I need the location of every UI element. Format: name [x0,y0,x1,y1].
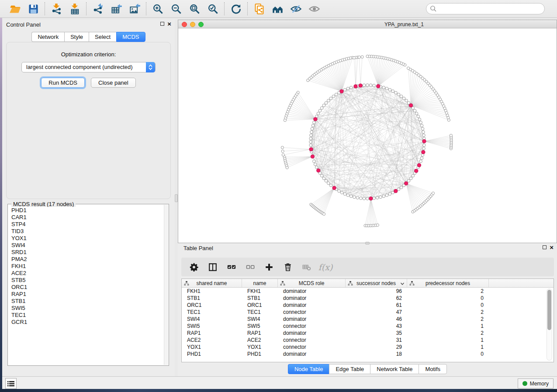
table-panel-tabs: Node TableEdge TableNetwork TableMotifs [178,364,557,374]
table-cell: 0 [407,351,489,358]
mcds-panel: Optimization criterion: largest connecte… [6,42,171,199]
maximize-window-icon[interactable] [198,22,204,27]
table-settings-button[interactable] [188,261,200,273]
result-list-item[interactable]: CAR1 [8,214,164,221]
shared-column-icon [348,281,353,286]
open-session-button[interactable] [8,2,22,16]
hide-selected-button[interactable] [289,2,303,16]
first-neighbors-button[interactable] [270,2,284,16]
column-header-MCDS-role[interactable]: MCDS role [278,279,346,287]
duplicate-network-button[interactable] [252,2,266,16]
result-list-item[interactable]: TEC1 [8,312,164,319]
result-list-item[interactable]: ACE2 [8,270,164,277]
float-panel-icon[interactable] [543,245,547,249]
create-column-button[interactable] [263,261,275,273]
tab-network[interactable]: Network [31,32,64,42]
table-row[interactable]: ACE2ACE2connector311 [182,337,554,344]
save-session-button[interactable] [26,2,40,16]
control-panel-title: Control Panel [6,21,41,28]
result-list-item[interactable]: STB1 [8,298,164,305]
table-row[interactable]: FKH1FKH1dominator962 [182,288,554,295]
minimize-window-icon[interactable] [190,22,195,27]
show-hidden-button[interactable] [307,2,321,16]
result-list-item[interactable]: RAP1 [8,291,164,298]
tab-motifs[interactable]: Motifs [419,364,447,374]
table-row[interactable]: SWI4SWI4dominator462 [182,316,554,323]
zoom-out-button[interactable] [169,2,183,16]
tab-mcds[interactable]: MCDS [116,32,145,42]
zoom-in-button[interactable] [151,2,165,16]
table-scrollbar[interactable] [547,289,552,361]
control-panel: Control Panel × NetworkStyleSelectMCDS O… [2,20,175,376]
export-image-button[interactable] [128,2,142,16]
run-mcds-button[interactable]: Run MCDS [41,78,85,88]
close-panel-icon[interactable]: × [550,245,554,250]
optimization-criterion-dropdown[interactable]: largest connected component (undirected) [21,62,156,72]
table-cell: FKH1 [182,288,242,295]
table-row[interactable]: SWI5SWI5connector431 [182,323,554,330]
result-list-item[interactable]: FKH1 [8,263,164,270]
delete-column-button[interactable] [282,261,294,273]
table-row[interactable]: ORC1ORC1dominator610 [182,302,554,309]
column-header-name[interactable]: name [242,279,278,287]
table-toolbar: f(x) [181,258,554,276]
tab-node-table[interactable]: Node Table [288,364,329,374]
result-list-item[interactable]: ORC1 [8,284,164,291]
function-builder-button: f(x) [320,261,331,273]
result-list-item[interactable]: STB5 [8,277,164,284]
table-cell: connector [278,344,346,351]
show-panels-button[interactable] [5,378,17,389]
result-list-item[interactable]: YOX1 [8,235,164,242]
splitter-handle[interactable] [175,194,178,202]
table-cell: 61 [346,302,407,309]
table-row[interactable]: PHD1PHD1dominator180 [182,351,554,358]
search-input[interactable] [426,3,545,14]
result-list-item[interactable]: TID3 [8,228,164,235]
table-row[interactable]: YOX1YOX1connector291 [182,344,554,351]
select-all-button[interactable] [226,261,237,273]
result-list-item[interactable]: SWI4 [8,242,164,249]
table-row[interactable]: STB1STB1dominator620 [182,295,554,302]
import-network-button[interactable] [49,2,63,16]
export-table-button[interactable] [109,2,123,16]
table-row[interactable]: RAP1RAP1dominator352 [182,330,554,337]
result-list-item[interactable]: PHD1 [8,207,164,214]
zoom-selected-button[interactable] [206,2,220,16]
tab-edge-table[interactable]: Edge Table [329,364,370,374]
memory-button[interactable]: Memory [518,378,554,389]
result-list-item[interactable]: PMA2 [8,256,164,263]
refresh-view-button[interactable] [229,2,243,16]
close-panel-button[interactable]: Close panel [91,78,136,88]
export-network-button[interactable] [91,2,105,16]
result-scrollbar[interactable] [164,205,168,365]
column-header-predecessor-nodes[interactable]: predecessor nodes [407,279,489,287]
show-column-button[interactable] [207,261,218,273]
column-header-shared-name[interactable]: shared name [182,279,242,287]
zoom-selected-icon [207,3,219,15]
result-list-item[interactable]: GCR1 [8,319,164,326]
deselect-all-button[interactable] [245,261,256,273]
close-window-icon[interactable] [182,22,187,27]
float-panel-icon[interactable] [160,22,164,26]
result-list-item[interactable]: STP4 [8,221,164,228]
table-row[interactable]: TEC1TEC1connector472 [182,309,554,316]
scrollbar-thumb[interactable] [547,290,551,330]
import-table-icon [69,3,81,15]
folder-open-icon [9,3,21,15]
table-cell: 2 [407,288,489,295]
table-cell: 2 [407,330,489,337]
table-cell: 18 [346,351,407,358]
result-list-item[interactable]: SRD1 [8,249,164,256]
result-list-item[interactable]: SWI5 [8,305,164,312]
close-panel-icon[interactable]: × [167,21,171,26]
tab-select[interactable]: Select [89,32,116,42]
import-table-button[interactable] [68,2,82,16]
network-canvas[interactable] [178,28,557,243]
tab-network-table[interactable]: Network Table [370,364,419,374]
tab-style[interactable]: Style [64,32,89,42]
memory-status-icon [522,381,527,386]
delete-table-button [301,261,312,273]
vertical-splitter[interactable] [175,20,178,376]
column-header-successor-nodes[interactable]: successor nodes [346,279,407,287]
zoom-fit-button[interactable] [187,2,201,16]
